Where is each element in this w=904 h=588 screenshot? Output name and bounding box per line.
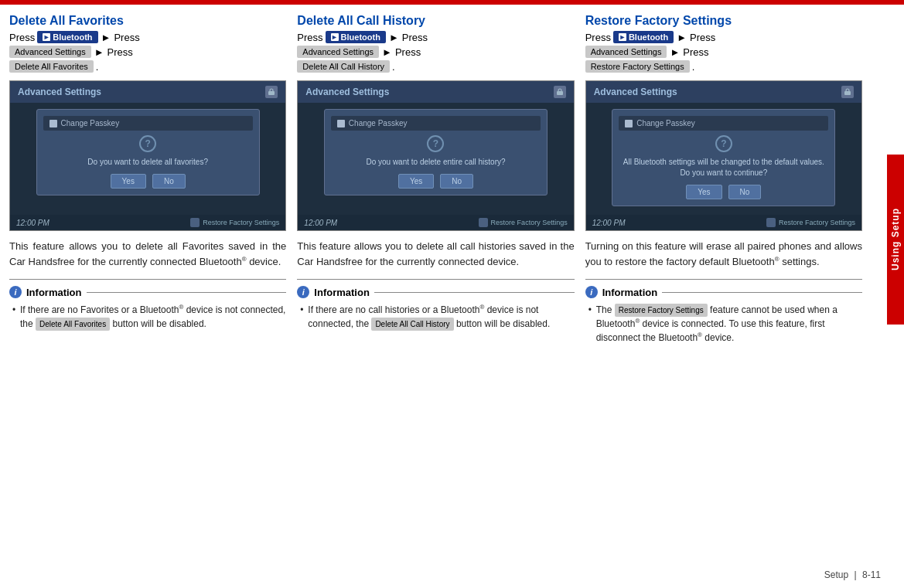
col1-info-btn: Delete All Favorites — [36, 318, 110, 331]
col1-bluetooth-btn[interactable]: ► Bluetooth — [37, 31, 97, 43]
col3-dialog-header-text: Change Passkey — [636, 119, 695, 127]
col1-press2: Press — [114, 32, 139, 43]
side-tab-label: Using Setup — [890, 208, 901, 270]
svg-rect-3 — [558, 89, 561, 92]
col2-instruction3: Delete All Call History . — [297, 60, 574, 73]
col1-lock-icon — [49, 120, 57, 127]
col1-instruction3: Delete All Favorites . — [9, 60, 286, 73]
col3-period: . — [692, 61, 695, 73]
col3-arrow1: ► — [677, 32, 687, 43]
col2-info-btn: Delete All Call History — [371, 318, 453, 331]
col3-press3: Press — [683, 46, 708, 58]
col2-action-btn[interactable]: Delete All Call History — [297, 60, 390, 73]
col3-instruction2: Advanced Settings ► Press — [585, 46, 862, 58]
col1-dialog-text: Do you want to delete all favorites? — [43, 157, 253, 168]
col2-dialog-buttons: Yes No — [331, 174, 541, 189]
footer-divider: | — [855, 569, 857, 580]
col3-info-rule — [662, 292, 862, 293]
col2-adv-settings-btn[interactable]: Advanced Settings — [297, 46, 379, 58]
col1-info-item-1: If there are no Favorites or a Bluetooth… — [20, 303, 286, 331]
column-delete-call-history: Delete All Call History Press ► Bluetoot… — [297, 14, 585, 348]
col1-info-list: If there are no Favorites or a Bluetooth… — [9, 303, 286, 331]
column-restore-factory: Restore Factory Settings Press ► Bluetoo… — [585, 14, 881, 348]
col3-title: Restore Factory Settings — [585, 14, 862, 28]
col3-dialog-header: Change Passkey — [619, 116, 828, 131]
col2-info-title-line: i Information — [297, 286, 574, 298]
col2-press1: Press — [297, 32, 322, 43]
col2-info-rule — [374, 292, 575, 293]
col3-instruction1: Press ► Bluetooth ► Press — [585, 31, 862, 43]
col3-action-btn[interactable]: Restore Factory Settings — [585, 60, 690, 73]
col2-dialog: Change Passkey ? Do you want to delete e… — [324, 109, 548, 195]
col1-menu-icon — [190, 218, 200, 227]
col3-bt-icon: ► — [619, 33, 626, 41]
col3-no-btn[interactable]: No — [728, 185, 762, 199]
col2-screen-time: 12:00 PM — [304, 219, 337, 227]
col2-yes-btn[interactable]: Yes — [398, 174, 434, 189]
col2-lock-icon — [337, 120, 345, 127]
col2-press3: Press — [395, 46, 421, 58]
col3-dialog-buttons: Yes No — [619, 185, 828, 199]
col1-instruction2: Advanced Settings ► Press — [9, 46, 286, 58]
col3-bluetooth-btn[interactable]: ► Bluetooth — [613, 31, 674, 43]
col1-screen-time: 12:00 PM — [16, 219, 49, 227]
col2-no-btn[interactable]: No — [440, 174, 473, 189]
side-tab: Using Setup — [887, 155, 904, 325]
col1-info-section: i Information If there are no Favorites … — [9, 279, 286, 331]
col1-title: Delete All Favorites — [9, 14, 286, 28]
col1-press1: Press — [9, 32, 35, 43]
col1-screen: Advanced Settings Change Passkey ? — [9, 80, 286, 231]
col2-arrow2: ► — [382, 46, 392, 58]
col3-yes-btn[interactable]: Yes — [686, 185, 721, 199]
col1-instruction1: Press ► Bluetooth ► Press — [9, 31, 286, 43]
col2-info-icon: i — [297, 286, 309, 298]
col2-dialog-header: Change Passkey — [331, 116, 541, 131]
col2-screen-icon — [554, 86, 566, 98]
col2-screen-body: Change Passkey ? Do you want to delete e… — [298, 103, 573, 202]
col3-press2: Press — [690, 32, 715, 43]
col3-screen-footer: 12:00 PM Restore Factory Settings — [586, 215, 861, 230]
col1-dialog: Change Passkey ? Do you want to delete a… — [36, 109, 260, 195]
col1-no-btn[interactable]: No — [152, 174, 186, 189]
col3-adv-settings-btn[interactable]: Advanced Settings — [585, 46, 667, 58]
col3-info-title-line: i Information — [585, 286, 862, 298]
columns-container: Delete All Favorites Press ► Bluetooth ►… — [9, 14, 881, 348]
col1-period: . — [96, 61, 99, 73]
col2-period: . — [392, 61, 395, 73]
col2-screen-header-text: Advanced Settings — [305, 87, 389, 97]
col3-screen-body: Change Passkey ? All Bluetooth settings … — [586, 103, 861, 212]
col2-bluetooth-btn[interactable]: ► Bluetooth — [326, 31, 386, 43]
col2-info-item-1: If there are no call histories or a Blue… — [308, 303, 574, 331]
col2-screen-inner: Advanced Settings Change Passkey ? — [298, 81, 573, 230]
col2-instruction2: Advanced Settings ► Press — [297, 46, 574, 58]
col3-menu-icon — [766, 218, 776, 227]
col1-yes-btn[interactable]: Yes — [111, 174, 146, 189]
footer-page: 8-11 — [862, 569, 881, 580]
col1-info-title: Information — [26, 287, 82, 298]
col1-dialog-header: Change Passkey — [43, 116, 253, 131]
col1-adv-settings-btn[interactable]: Advanced Settings — [9, 46, 91, 58]
col2-bt-label: Bluetooth — [341, 32, 380, 42]
col1-bt-label: Bluetooth — [53, 32, 92, 42]
col2-menu-text: Restore Factory Settings — [491, 219, 568, 226]
col1-body-text: This feature allows you to delete all Fa… — [9, 239, 286, 270]
col3-info-text-before: The — [596, 304, 615, 315]
col2-bt-icon: ► — [331, 33, 339, 41]
col1-screen-inner: Advanced Settings Change Passkey ? — [10, 81, 285, 230]
col2-dialog-header-text: Change Passkey — [349, 119, 408, 127]
col1-info-icon: i — [9, 286, 22, 298]
col2-title: Delete All Call History — [297, 14, 574, 28]
column-delete-favorites: Delete All Favorites Press ► Bluetooth ►… — [9, 14, 297, 348]
col3-instruction3: Restore Factory Settings . — [585, 60, 862, 73]
col3-screen-menu: Restore Factory Settings — [766, 218, 855, 227]
col3-question-icon: ? — [715, 135, 732, 152]
col3-screen-icon — [841, 86, 854, 98]
col1-info-text-after: button will be disabled. — [113, 318, 206, 329]
col1-info-title-line: i Information — [9, 286, 286, 298]
col1-menu-text: Restore Factory Settings — [203, 219, 279, 226]
col2-info-section: i Information If there are no call histo… — [297, 279, 574, 331]
col1-action-btn[interactable]: Delete All Favorites — [9, 60, 94, 73]
col1-dialog-header-text: Change Passkey — [61, 119, 120, 127]
col1-arrow2: ► — [94, 46, 104, 58]
col3-screen-header: Advanced Settings — [586, 81, 861, 103]
